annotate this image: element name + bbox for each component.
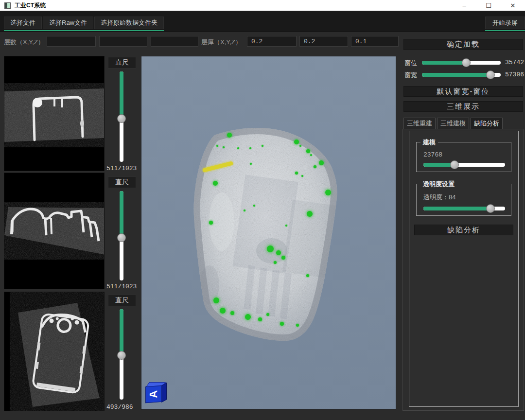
defect-marker: [314, 165, 316, 168]
slider-handle[interactable]: [462, 58, 471, 67]
defect-marker: [213, 181, 218, 186]
record-button-wrap: 开始录屏: [485, 17, 525, 31]
confirm-load-button[interactable]: 确定加载: [403, 39, 523, 50]
thickness-y-input[interactable]: [299, 36, 348, 47]
defect-marker: [213, 298, 219, 303]
layers-y-input[interactable]: [99, 36, 147, 47]
defect-marker: [310, 154, 312, 156]
modeling-group-title: 建模: [420, 138, 438, 147]
3d-display-button[interactable]: 三维展示: [403, 101, 523, 112]
defect-marker: [227, 133, 232, 138]
opacity-value: 透明度：84: [423, 193, 455, 202]
slider-handle[interactable]: [117, 233, 126, 242]
slider-handle[interactable]: [117, 351, 126, 360]
toolbar: 选择文件 选择Raw文件 选择原始数据文件夹 开始录屏: [0, 11, 525, 32]
ruler-button-middle[interactable]: 直尺: [108, 176, 136, 188]
ruler-button-top[interactable]: 直尺: [108, 57, 136, 69]
defect-marker-layer: [141, 56, 396, 409]
slider-handle[interactable]: [450, 160, 459, 169]
close-button[interactable]: ✕: [501, 0, 525, 11]
start-record-button[interactable]: 开始录屏: [485, 17, 525, 29]
modeling-slider[interactable]: [423, 163, 505, 167]
window-level-value: 35742: [505, 59, 524, 66]
defect-marker: [249, 147, 251, 149]
orientation-cube-right-face: [161, 383, 167, 402]
slice-middle-slider-column: 直尺 511/1023: [105, 173, 141, 289]
inclusion-streak-marker: [202, 161, 233, 173]
defect-marker: [230, 311, 234, 315]
window-width-slider[interactable]: [422, 73, 501, 77]
defect-marker: [285, 225, 287, 227]
defect-marker: [325, 190, 331, 195]
tab-3d-modeling[interactable]: 三维建模: [437, 118, 469, 130]
defect-marker: [250, 163, 252, 165]
slider-fill: [120, 309, 123, 355]
slider-fill: [120, 71, 123, 119]
slice-top-slider-column: 直尺 511/1023: [105, 56, 141, 171]
defect-marker: [281, 256, 285, 260]
defect-marker: [306, 149, 310, 153]
defect-marker: [295, 172, 298, 175]
defect-analysis-panel-inner: 建模 23768 透明度设置 透明度：84 缺陷分析: [409, 131, 519, 407]
analysis-tabs: 三维重建 三维建模 缺陷分析: [403, 118, 503, 130]
defect-marker: [220, 308, 226, 314]
defect-marker: [307, 211, 313, 217]
select-folder-button[interactable]: 选择原始数据文件夹: [94, 17, 164, 29]
slider-handle[interactable]: [486, 70, 495, 79]
thickness-label: 层厚（X,Y,Z）: [201, 38, 242, 47]
ct-slice-view-top[interactable]: [4, 56, 105, 171]
thickness-x-input[interactable]: [247, 36, 297, 47]
maximize-button[interactable]: ☐: [476, 0, 501, 11]
layers-x-input[interactable]: [47, 36, 96, 47]
slider-fill: [422, 73, 490, 77]
slider-handle[interactable]: [117, 114, 126, 123]
defect-marker: [276, 250, 281, 255]
slider-fill: [422, 61, 466, 65]
ruler-button-bottom[interactable]: 直尺: [108, 295, 136, 306]
ct-slice-view-middle[interactable]: [4, 173, 105, 289]
layers-label: 层数（X,Y,Z）: [4, 38, 44, 47]
orientation-cube-letter: A: [147, 390, 160, 399]
slice-top-slider[interactable]: [120, 71, 123, 162]
defect-marker: [266, 313, 269, 316]
tab-defect-analysis[interactable]: 缺陷分析: [471, 118, 503, 130]
thickness-z-input[interactable]: [351, 36, 399, 47]
defect-marker: [258, 317, 262, 321]
tab-3d-reconstruction[interactable]: 三维重建: [403, 118, 436, 130]
ct-slice-view-bottom[interactable]: [4, 292, 105, 411]
3d-viewport[interactable]: A: [141, 56, 396, 410]
defect-marker: [319, 160, 324, 165]
opacity-slider[interactable]: [423, 207, 505, 210]
minimize-button[interactable]: –: [452, 0, 476, 11]
window-width-value: 57306: [505, 71, 524, 78]
select-file-button[interactable]: 选择文件: [4, 17, 42, 29]
defect-marker: [223, 146, 225, 148]
orientation-cube[interactable]: A: [145, 382, 168, 403]
slider-handle[interactable]: [486, 204, 495, 213]
modeling-groupbox: 建模 23768: [416, 142, 511, 172]
defect-marker: [280, 322, 284, 326]
slice-middle-slider[interactable]: [120, 191, 123, 280]
window-width-row: 窗宽 57306: [402, 70, 524, 79]
defect-marker: [306, 274, 309, 277]
modeling-value: 23768: [423, 151, 442, 158]
window-level-slider[interactable]: [422, 61, 501, 65]
slice-middle-position: 511/1023: [106, 283, 137, 290]
default-window-button[interactable]: 默认窗宽-窗位: [403, 86, 523, 97]
defect-marker: [245, 314, 251, 320]
window-width-label: 窗宽: [404, 71, 417, 80]
defect-analysis-panel: 建模 23768 透明度设置 透明度：84 缺陷分析: [402, 129, 524, 411]
file-button-group: 选择文件 选择Raw文件 选择原始数据文件夹: [4, 17, 164, 31]
defect-analysis-button[interactable]: 缺陷分析: [414, 225, 513, 235]
orientation-cube-front-face: A: [145, 385, 162, 403]
slice-bottom-slider[interactable]: [120, 309, 123, 400]
slice-top-position: 511/1023: [106, 165, 137, 172]
defect-marker: [244, 210, 245, 211]
app-icon: [4, 2, 11, 9]
defect-marker: [253, 205, 255, 207]
opacity-groupbox: 透明度设置 透明度：84: [416, 184, 511, 216]
defect-marker: [267, 245, 274, 252]
select-raw-button[interactable]: 选择Raw文件: [43, 17, 93, 29]
defect-marker: [262, 145, 263, 147]
layers-z-input[interactable]: [151, 36, 198, 47]
